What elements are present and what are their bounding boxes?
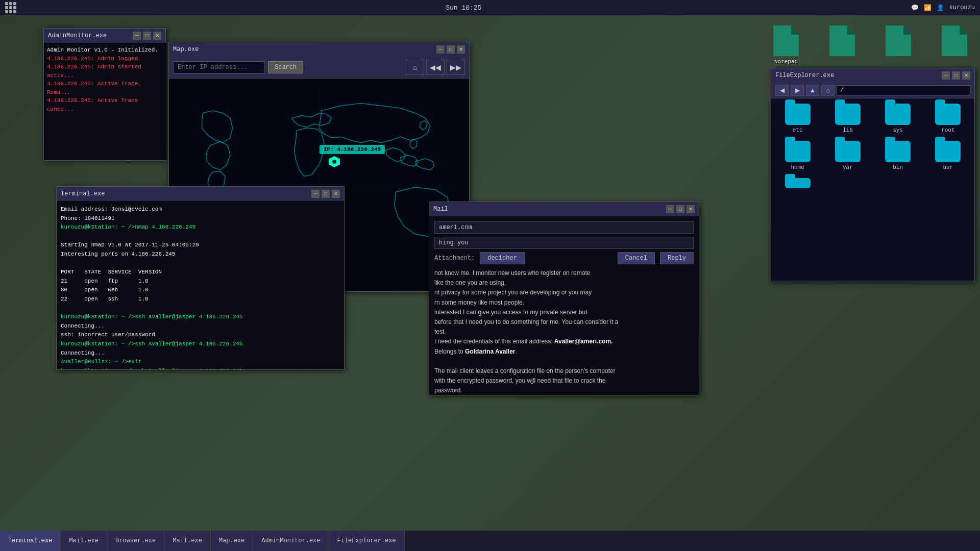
taskbar-label-terminal: Terminal.exe	[8, 537, 52, 544]
fe-folder-home[interactable]: home	[776, 141, 819, 170]
admin-log-2: 4.186.226.245: Admin started activ...	[47, 63, 163, 80]
map-title: Map.exe	[173, 46, 199, 53]
fileexplorer-minimize[interactable]: ─	[942, 71, 950, 80]
desktop: Sun 10:25 💬 📶 👤 kurouzu Notepad Admin	[0, 0, 980, 551]
taskbar-item-admin[interactable]: AdminMonitor.exe	[253, 531, 329, 551]
notepad-icon-label: Notepad	[774, 59, 798, 65]
notepad-icon-img	[773, 26, 799, 56]
fe-folder-icon-bin	[885, 141, 911, 162]
fe-folder-var[interactable]: var	[826, 141, 869, 170]
fe-folder-etc[interactable]: etc	[776, 104, 819, 133]
ip-tooltip: IP: 4.186.226.245	[320, 145, 385, 154]
desktop-icon-4[interactable]	[934, 26, 975, 65]
mail-close[interactable]: ✕	[687, 205, 695, 213]
admin-monitor-close[interactable]: ✕	[153, 32, 161, 40]
mail-attachment-label: Attachment:	[434, 255, 475, 262]
mail-attachment-button[interactable]: decipher	[480, 252, 525, 264]
taskbar-item-browser[interactable]: Browser.exe	[107, 531, 164, 551]
mail-reply-button[interactable]: Reply	[660, 252, 694, 264]
desktop-icon-notepad[interactable]: Notepad	[766, 26, 806, 65]
term-line-3	[61, 232, 340, 241]
map-controls: ─ □ ✕	[436, 45, 465, 54]
mail-body-preview-input[interactable]	[434, 237, 694, 249]
admin-monitor-titlebar[interactable]: AdminMonitor.exe ─ □ ✕	[44, 29, 165, 43]
term-line-6	[61, 259, 340, 268]
taskbar-item-fileexplorer[interactable]: FileExplorer.exe	[329, 531, 405, 551]
admin-monitor-maximize[interactable]: □	[143, 32, 151, 40]
terminal-content[interactable]: Email address: Jensl@evelc.com Phone: 18…	[57, 201, 344, 369]
fe-folder-sys[interactable]: sys	[877, 104, 919, 133]
map-close[interactable]: ✕	[457, 45, 465, 54]
mail-minimize[interactable]: ─	[666, 205, 674, 213]
taskbar-item-mail2[interactable]: Mail.exe	[164, 531, 211, 551]
term-line-17: Avaller@Bullz2: ~ />exit	[61, 358, 340, 367]
terminal-close[interactable]: ✕	[332, 190, 340, 198]
map-maximize[interactable]: □	[447, 45, 455, 54]
fe-up-btn[interactable]: ▲	[806, 85, 819, 96]
terminal-titlebar[interactable]: Terminal.exe ─ □ ✕	[57, 187, 344, 201]
fe-folder-lib[interactable]: lib	[826, 104, 869, 133]
fe-folder-usr[interactable]: usr	[927, 141, 969, 170]
fe-path-input[interactable]	[837, 85, 970, 95]
mail-cancel-button[interactable]: Cancel	[618, 252, 655, 264]
taskbar: Terminal.exe Mail.exe Browser.exe Mail.e…	[0, 531, 980, 551]
fileexplorer-titlebar[interactable]: FileExplorer.exe ─ □ ✕	[771, 68, 974, 83]
map-home-button[interactable]: ⌂	[406, 60, 424, 75]
map-search-button[interactable]: Search	[268, 61, 303, 73]
fe-folder-partial[interactable]	[776, 178, 819, 188]
terminal-minimize[interactable]: ─	[311, 190, 320, 198]
taskbar-item-mail1[interactable]: Mail.exe	[61, 531, 107, 551]
fe-forward-btn[interactable]: ▶	[791, 85, 804, 96]
map-nav: ⌂ ◀◀ ▶▶	[406, 60, 465, 75]
mail-maximize[interactable]: □	[676, 205, 684, 213]
taskbar-item-terminal[interactable]: Terminal.exe	[0, 531, 61, 551]
term-line-11	[61, 304, 340, 313]
terminal-title: Terminal.exe	[61, 190, 105, 197]
taskbar-item-map[interactable]: Map.exe	[211, 531, 253, 551]
map-forward-button[interactable]: ▶▶	[447, 60, 465, 75]
fileexplorer-window: FileExplorer.exe ─ □ ✕ ◀ ▶ ▲ ⌂ etc lib	[771, 68, 975, 282]
taskbar-label-admin: AdminMonitor.exe	[261, 537, 320, 544]
admin-monitor-title: AdminMonitor.exe	[48, 32, 107, 39]
fileexplorer-close[interactable]: ✕	[962, 71, 970, 80]
fe-folder-icon-lib	[835, 104, 861, 125]
map-ip-input[interactable]	[173, 61, 265, 73]
mail-titlebar[interactable]: Mail ─ □ ✕	[429, 202, 699, 216]
map-back-button[interactable]: ◀◀	[426, 60, 445, 75]
admin-monitor-minimize[interactable]: ─	[133, 32, 141, 40]
app-grid-icon[interactable]	[5, 2, 16, 13]
fe-folder-root[interactable]: root	[927, 104, 969, 133]
chat-icon[interactable]: 💬	[911, 4, 919, 12]
terminal-window: Terminal.exe ─ □ ✕ Email address: Jensl@…	[56, 186, 345, 370]
mail-body-text-3: nt privacy for some project you are deve…	[434, 289, 592, 296]
admin-log-1: 4.186.226.245: Admin logged.	[47, 55, 163, 63]
mail-body-text-10: The mail client leaves a configuration f…	[434, 367, 615, 374]
fe-home-btn[interactable]: ⌂	[821, 85, 835, 96]
map-minimize[interactable]: ─	[436, 45, 445, 54]
terminal-maximize[interactable]: □	[322, 190, 330, 198]
term-line-4: Starting nmap v1.0 at 2017-11-25 04:05:2…	[61, 241, 340, 250]
term-line-7: PORT STATE SERVICE VERSION	[61, 268, 340, 277]
fe-folder-bin[interactable]: bin	[877, 141, 919, 170]
admin-log-4: 4.186.226.245: Active Trace cance...	[47, 96, 163, 113]
mail-email-bold: Avaller@ameri.com.	[554, 338, 613, 345]
mail-to-input[interactable]	[434, 221, 694, 234]
fe-folder-icon-var	[835, 141, 861, 162]
term-line-9: 80 open web 1.0	[61, 286, 340, 295]
desktop-icon-row: Notepad	[766, 26, 975, 65]
mail-to-field	[434, 221, 694, 234]
fileexplorer-controls: ─ □ ✕	[942, 71, 970, 80]
admin-monitor-content: Admin Monitor v1.0 - Initialized. 4.186.…	[44, 43, 166, 160]
term-line-13: Connecting...	[61, 322, 340, 331]
fe-folder-label-usr: usr	[943, 164, 953, 170]
admin-monitor-controls: ─ □ ✕	[133, 32, 161, 40]
map-titlebar[interactable]: Map.exe ─ □ ✕	[169, 42, 469, 57]
desktop-icon-3[interactable]	[878, 26, 919, 65]
fileexplorer-content: etc lib sys root home var	[771, 98, 974, 280]
mail-controls: ─ □ ✕	[666, 205, 695, 213]
fileexplorer-maximize[interactable]: □	[952, 71, 960, 80]
fe-back-btn[interactable]: ◀	[775, 85, 789, 96]
term-line-1: Phone: 184611491	[61, 214, 340, 223]
desktop-icon-2[interactable]	[822, 26, 863, 65]
user-icon: 👤	[937, 4, 944, 12]
